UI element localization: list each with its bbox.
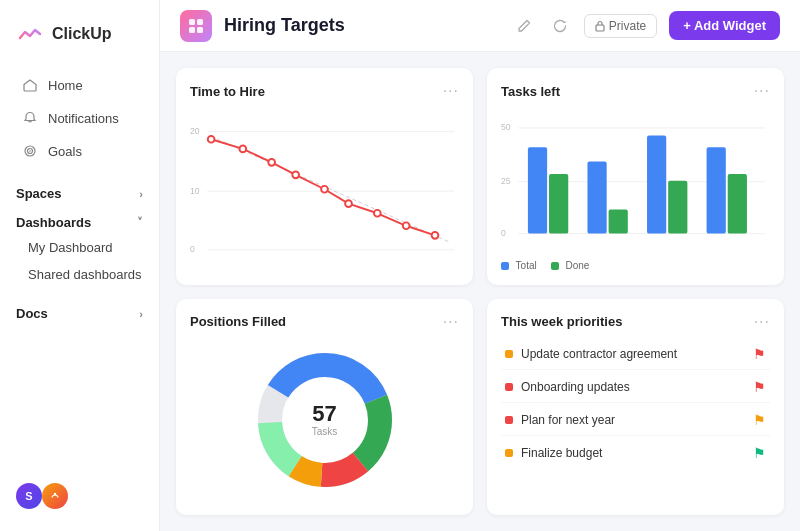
priority-flag-1: ⚑ bbox=[753, 346, 766, 362]
svg-text:20: 20 bbox=[190, 126, 200, 136]
priority-item-2: Onboarding updates ⚑ bbox=[501, 372, 770, 403]
svg-point-22 bbox=[345, 200, 352, 207]
sidebar-section-dashboards[interactable]: Dashboards ˅ bbox=[0, 205, 159, 234]
total-dot bbox=[501, 262, 509, 270]
priority-label-4: Finalize budget bbox=[521, 446, 602, 460]
sidebar-item-shared-dashboards[interactable]: Shared dashboards bbox=[0, 261, 159, 288]
time-to-hire-widget: Time to Hire ··· 20 10 0 bbox=[176, 68, 473, 285]
time-to-hire-title: Time to Hire bbox=[190, 84, 265, 99]
page-header: Hiring Targets Private + Add Widget bbox=[160, 0, 800, 52]
sidebar-item-notifications[interactable]: Notifications bbox=[6, 102, 153, 134]
logo[interactable]: ClickUp bbox=[0, 12, 159, 64]
edit-button[interactable] bbox=[512, 14, 536, 38]
svg-rect-32 bbox=[528, 147, 547, 233]
lock-icon bbox=[595, 20, 605, 32]
svg-text:10: 10 bbox=[190, 186, 200, 196]
sidebar-item-goals-label: Goals bbox=[48, 144, 82, 159]
my-dashboard-label: My Dashboard bbox=[28, 240, 113, 255]
priority-item-3: Plan for next year ⚑ bbox=[501, 405, 770, 436]
svg-text:0: 0 bbox=[501, 228, 506, 238]
priority-dot-1 bbox=[505, 350, 513, 358]
legend-done: Done bbox=[551, 260, 590, 271]
tasks-left-title: Tasks left bbox=[501, 84, 560, 99]
positions-filled-header: Positions Filled ··· bbox=[190, 313, 459, 331]
spaces-label: Spaces bbox=[16, 186, 62, 201]
priorities-menu[interactable]: ··· bbox=[754, 313, 770, 331]
home-icon bbox=[22, 77, 38, 93]
sidebar: ClickUp Home Notifications Goals Spaces … bbox=[0, 0, 160, 531]
docs-chevron-icon: › bbox=[139, 308, 143, 320]
svg-rect-7 bbox=[189, 27, 195, 33]
clickup-logo-icon bbox=[16, 20, 44, 48]
priority-dot-4 bbox=[505, 449, 513, 457]
priority-dot-2 bbox=[505, 383, 513, 391]
priority-label-1: Update contractor agreement bbox=[521, 347, 677, 361]
tasks-left-svg: 50 25 0 bbox=[501, 108, 770, 254]
dashboards-label: Dashboards bbox=[16, 215, 91, 230]
time-to-hire-svg: 20 10 0 bbox=[190, 108, 459, 271]
priorities-title: This week priorities bbox=[501, 314, 622, 329]
refresh-icon bbox=[552, 18, 568, 34]
sidebar-section-docs[interactable]: Docs › bbox=[0, 296, 159, 325]
add-widget-button[interactable]: + Add Widget bbox=[669, 11, 780, 40]
svg-rect-35 bbox=[609, 210, 628, 234]
priority-item-1: Update contractor agreement ⚑ bbox=[501, 339, 770, 370]
refresh-button[interactable] bbox=[548, 14, 572, 38]
priority-label-3: Plan for next year bbox=[521, 413, 615, 427]
chevron-down-icon: ˅ bbox=[137, 216, 143, 229]
priority-left-2: Onboarding updates bbox=[505, 380, 630, 394]
svg-rect-8 bbox=[197, 27, 203, 33]
donut-svg bbox=[245, 340, 405, 500]
svg-rect-9 bbox=[596, 25, 604, 31]
svg-rect-34 bbox=[587, 162, 606, 234]
legend-total: Total bbox=[501, 260, 537, 271]
svg-point-24 bbox=[403, 222, 410, 229]
priority-left-4: Finalize budget bbox=[505, 446, 602, 460]
edit-icon bbox=[516, 18, 532, 34]
positions-filled-menu[interactable]: ··· bbox=[443, 313, 459, 331]
bell-icon bbox=[22, 110, 38, 126]
avatar-s[interactable]: S bbox=[16, 483, 42, 509]
svg-point-2 bbox=[29, 150, 31, 152]
priority-item-4: Finalize budget ⚑ bbox=[501, 438, 770, 468]
sidebar-footer: S bbox=[0, 473, 159, 519]
time-to-hire-menu[interactable]: ··· bbox=[443, 82, 459, 100]
positions-filled-widget: Positions Filled ··· bbox=[176, 299, 473, 516]
done-dot bbox=[551, 262, 559, 270]
priority-dot-3 bbox=[505, 416, 513, 424]
svg-rect-39 bbox=[728, 174, 747, 234]
svg-point-25 bbox=[432, 232, 439, 239]
tasks-left-chart: 50 25 0 bbox=[501, 108, 770, 271]
sidebar-item-notifications-label: Notifications bbox=[48, 111, 119, 126]
svg-point-19 bbox=[268, 159, 275, 166]
private-badge[interactable]: Private bbox=[584, 14, 657, 38]
dashboard-grid: Time to Hire ··· 20 10 0 bbox=[160, 52, 800, 531]
svg-text:0: 0 bbox=[190, 244, 195, 254]
priorities-widget: This week priorities ··· Update contract… bbox=[487, 299, 784, 516]
header-actions: Private + Add Widget bbox=[512, 11, 780, 40]
tasks-left-menu[interactable]: ··· bbox=[754, 82, 770, 100]
priority-flag-4: ⚑ bbox=[753, 445, 766, 461]
sidebar-item-goals[interactable]: Goals bbox=[6, 135, 153, 167]
svg-text:50: 50 bbox=[501, 122, 511, 132]
priorities-list: Update contractor agreement ⚑ Onboarding… bbox=[501, 339, 770, 502]
priority-left-1: Update contractor agreement bbox=[505, 347, 677, 361]
svg-rect-33 bbox=[549, 174, 568, 234]
sidebar-section-spaces[interactable]: Spaces › bbox=[0, 176, 159, 205]
priorities-header: This week priorities ··· bbox=[501, 313, 770, 331]
sidebar-nav: Home Notifications Goals Spaces › Dashbo… bbox=[0, 64, 159, 473]
svg-rect-5 bbox=[189, 19, 195, 25]
page-icon bbox=[180, 10, 212, 42]
sidebar-item-my-dashboard[interactable]: My Dashboard bbox=[0, 234, 159, 261]
avatar-s2[interactable] bbox=[42, 483, 68, 509]
priority-flag-2: ⚑ bbox=[753, 379, 766, 395]
logo-text: ClickUp bbox=[52, 25, 112, 43]
svg-point-20 bbox=[292, 171, 299, 178]
svg-point-21 bbox=[321, 186, 328, 193]
priority-left-3: Plan for next year bbox=[505, 413, 615, 427]
chevron-right-icon: › bbox=[139, 188, 143, 200]
svg-point-4 bbox=[54, 493, 56, 495]
sidebar-item-home[interactable]: Home bbox=[6, 69, 153, 101]
donut-chart-area: 57 Tasks bbox=[190, 339, 459, 502]
main-content: Hiring Targets Private + Add Widget Time… bbox=[160, 0, 800, 531]
